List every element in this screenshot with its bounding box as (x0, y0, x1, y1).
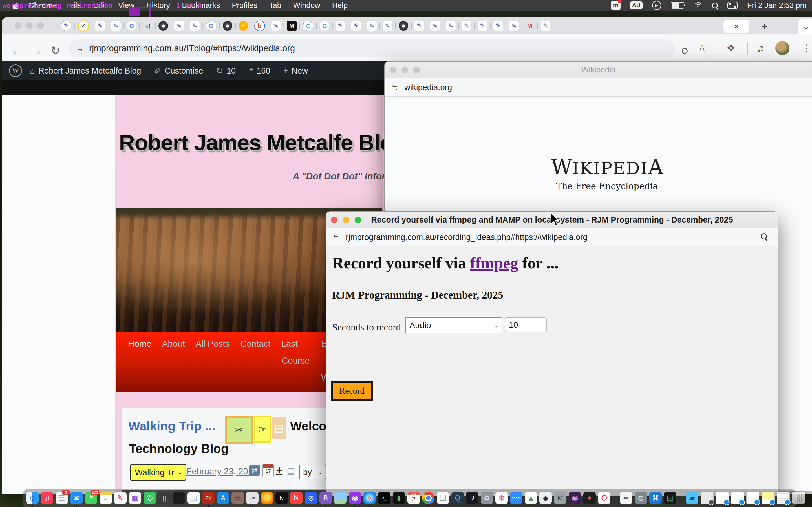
pinned-tab-pencil[interactable]: ✎ (174, 21, 184, 31)
pinned-tab-pencil[interactable]: ✎ (414, 21, 424, 31)
nav-item-all-posts[interactable]: All Posts (196, 339, 230, 349)
new-label[interactable]: New (292, 66, 308, 75)
input-source-status[interactable]: AU (630, 1, 643, 9)
dock-apple-tv-icon[interactable]: tv (275, 492, 288, 504)
pinned-tab-medium[interactable]: M (287, 21, 297, 31)
dock-textedit-icon[interactable]: ▤ (188, 492, 200, 504)
pinned-tab-pencil[interactable]: ✎ (430, 21, 440, 31)
shuffle-icon[interactable]: ⇄ (249, 465, 260, 476)
wikipedia-titlebar[interactable]: Wikipedia (385, 62, 812, 78)
close-tab-icon[interactable]: ✕ (733, 22, 739, 31)
dock-podcasts-icon[interactable]: ◉ (349, 492, 361, 504)
dock-accessibility-icon[interactable]: ⊙ (635, 492, 647, 504)
browser-menu-icon[interactable]: ⋮ (801, 42, 811, 54)
pinned-tab-pencil[interactable]: ✎ (271, 21, 281, 31)
dock-app-store-icon[interactable]: A (217, 492, 229, 504)
dock-journal-icon[interactable]: ▭ (232, 492, 244, 504)
dock-iphone-mirroring-icon[interactable]: ▯ (158, 492, 170, 504)
dock-terminal-icon[interactable]: >_ (378, 492, 391, 504)
pinned-tab-britbox[interactable]: b (254, 20, 265, 31)
gmail-status-icon[interactable]: m (611, 1, 620, 10)
pointing-hand-icon[interactable]: ☞ (254, 416, 271, 443)
nav-item-last[interactable]: Last (281, 339, 298, 349)
admin-updates-link[interactable]: ↻ 10 (216, 66, 236, 76)
pinned-tab-pencil[interactable]: ✎ (336, 21, 345, 31)
zoom-page-icon[interactable] (682, 45, 688, 56)
pinned-tab-google-dashed[interactable]: G (206, 20, 216, 31)
tab-search-button[interactable]: ⌄ (799, 18, 812, 34)
dock-photos-thumb-icon[interactable] (334, 492, 347, 504)
pinned-tab-chrome-dark[interactable] (223, 21, 232, 31)
dock-purple-app-icon[interactable]: ◉ (569, 492, 581, 504)
dock-gimp-icon[interactable]: ✑ (246, 492, 259, 504)
pinned-tab-pencil[interactable]: ✎ (541, 21, 550, 31)
dock-chrome-icon[interactable] (422, 492, 435, 504)
site-settings-icon[interactable]: ≒ (392, 83, 397, 91)
battery-icon[interactable] (671, 2, 684, 9)
nav-item-about[interactable]: About (162, 339, 185, 349)
pinned-tab-pencil[interactable]: ✎ (190, 21, 200, 31)
site-settings-icon[interactable]: ≒ (333, 233, 338, 241)
dock-bbedit-icon[interactable]: B (319, 492, 332, 504)
pinned-tab-pencil[interactable]: ✎ (509, 21, 519, 31)
pinned-tab-lightning[interactable]: ⚡ (239, 21, 248, 31)
pinned-tab-gmail[interactable]: M (525, 21, 535, 31)
dock-apple-news-icon[interactable]: N (290, 492, 303, 504)
new-tab-button[interactable]: + (758, 20, 771, 33)
dock-messages-icon[interactable]: ❝203 (85, 492, 97, 504)
dock-calendar-icon[interactable]: JAN2 (407, 492, 420, 504)
by-select[interactable]: by ⌄ (299, 465, 326, 480)
dock-dark-book-icon[interactable]: ▤ (664, 492, 676, 504)
extensions-icon[interactable]: ❖ (726, 42, 735, 54)
dock-pen-notes-icon[interactable]: ✒ (620, 492, 632, 504)
admin-site-link[interactable]: ⌂ Robert James Metcalfe Blog (30, 66, 141, 75)
comments-count[interactable]: 160 (257, 66, 270, 75)
dock-music-icon[interactable]: ♫ (41, 492, 53, 504)
dock-launchpad-icon[interactable]: ▦ (129, 492, 141, 504)
pinned-tab-pencil[interactable]: ✎ (462, 21, 471, 31)
pinned-tab-google[interactable]: G (320, 21, 329, 31)
post-title-link[interactable]: Walking Trip ... (128, 419, 215, 433)
seconds-input[interactable] (505, 318, 547, 332)
media-controls-icon[interactable]: ♬ (757, 42, 767, 54)
pinned-tab-pencil[interactable]: ✎ (446, 21, 456, 31)
calendar-icon[interactable]: 17 (262, 464, 274, 477)
dock-terminal-utility-icon[interactable]: ⌗ (173, 492, 185, 504)
pinned-tab-chrome-dark[interactable] (399, 21, 408, 31)
dock-minimized-lines-icon[interactable] (777, 492, 790, 504)
menu-window[interactable]: Window (293, 1, 320, 10)
dock-xcode-icon[interactable]: ⌘ (649, 492, 662, 504)
profile-avatar[interactable] (775, 41, 790, 55)
dock-compass-app-icon[interactable]: ✦ (583, 492, 596, 504)
dock-mamp-icon[interactable]: M (554, 492, 566, 504)
admin-comments-link[interactable]: ❝ 160 (249, 66, 270, 76)
pinned-tab-pencil[interactable]: ✎ (111, 21, 121, 31)
active-tab[interactable]: ✕ (723, 20, 749, 33)
pinned-tab-pencil[interactable]: ✎ (383, 21, 393, 31)
dock-quicktime-icon[interactable]: Q (451, 492, 464, 504)
admin-customise-link[interactable]: ✐ Customise (154, 66, 203, 76)
dock-minimized-page-icon[interactable] (762, 492, 774, 504)
dock-window-thumb-icon[interactable] (701, 492, 714, 504)
media-type-select[interactable]: Audio ⌄ (405, 318, 502, 333)
scissors-runners-icon[interactable]: ✂ (225, 416, 253, 444)
dock-inkscape-icon[interactable]: ◆ (539, 492, 552, 504)
dock-reminders-icon[interactable]: ☰3 (56, 492, 68, 504)
pinned-tab-chrome-dark[interactable] (158, 21, 168, 31)
customise-label[interactable]: Customise (165, 66, 203, 75)
pinned-tab-speaker[interactable]: ◁ (143, 21, 152, 31)
spotlight-icon[interactable] (712, 3, 718, 8)
wordpress-logo-icon[interactable]: W (9, 64, 22, 77)
nav-item-course[interactable]: Course (282, 356, 310, 366)
reload-icon[interactable]: ↻ (51, 44, 60, 57)
back-icon[interactable]: ← (11, 44, 22, 57)
dock-intellij-icon[interactable]: IJ (466, 492, 478, 504)
site-name[interactable]: Robert James Metcalfe Blog (38, 66, 141, 75)
pinned-tab-pencil-circle[interactable]: ✎ (61, 20, 71, 31)
find-icon[interactable] (761, 233, 767, 240)
dock-drive-icon[interactable]: ▲ (525, 492, 537, 504)
updates-count[interactable]: 10 (227, 66, 236, 75)
record-url-bar[interactable]: ≒ rjmprogramming.com.au/recording_ideas.… (326, 228, 778, 246)
url-text[interactable]: wikipedia.org (404, 83, 452, 92)
dock-blocked-app-icon[interactable]: ⊘ (305, 492, 317, 504)
